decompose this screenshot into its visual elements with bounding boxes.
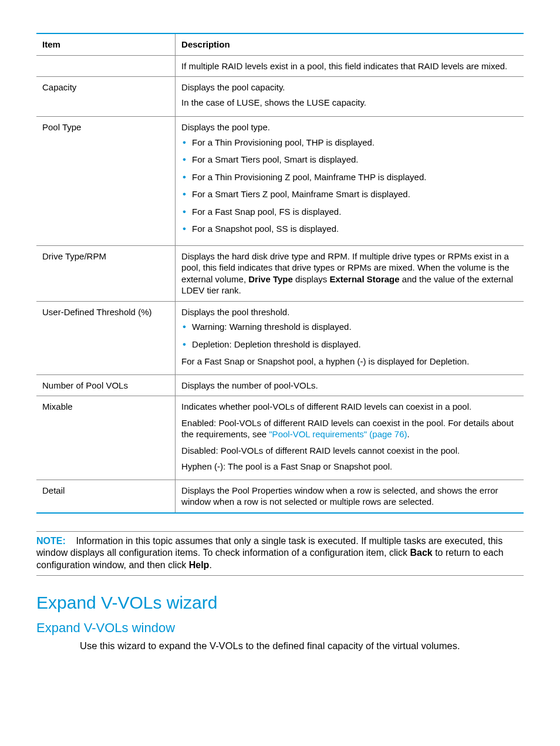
cell-text: Displays the pool threshold. — [181, 306, 518, 318]
cell-text: Displays the Pool Properties window when… — [176, 480, 524, 513]
table-row: Mixable Indicates whether pool-VOLs of d… — [36, 396, 524, 480]
bullet-list: For a Thin Provisioning pool, THP is dis… — [181, 137, 518, 235]
cell-item: Capacity — [36, 77, 176, 117]
bold-text: Back — [410, 548, 432, 558]
list-item: For a Smart Tiers Z pool, Mainframe Smar… — [181, 188, 518, 200]
table-row: User-Defined Threshold (%) Displays the … — [36, 301, 524, 374]
properties-table: Item Description If multiple RAID levels… — [36, 33, 524, 514]
cell-item: Pool Type — [36, 117, 176, 246]
bold-text: External Storage — [329, 274, 399, 284]
col-header-description: Description — [176, 33, 524, 55]
list-item: For a Smart Tiers pool, Smart is display… — [181, 154, 518, 166]
table-row: Number of Pool VOLs Displays the number … — [36, 374, 524, 396]
cell-text: Displays the number of pool-VOLs. — [176, 374, 524, 396]
cell-item: Number of Pool VOLs — [36, 374, 176, 396]
table-row: Pool Type Displays the pool type. For a … — [36, 117, 524, 246]
cell-item: Mixable — [36, 396, 176, 480]
list-item: For a Snapshot pool, SS is displayed. — [181, 223, 518, 235]
cell-text: displays — [293, 274, 330, 284]
table-row: If multiple RAID levels exist in a pool,… — [36, 55, 524, 77]
cell-text: . — [407, 429, 410, 439]
cell-text: Hyphen (-): The pool is a Fast Snap or S… — [181, 461, 518, 472]
cell-text: Indicates whether pool-VOLs of different… — [181, 401, 518, 413]
poolvol-requirements-link[interactable]: "Pool-VOL requirements" (page 76) — [269, 429, 407, 439]
col-header-item: Item — [36, 33, 176, 55]
subsection-heading: Expand V-VOLs window — [36, 620, 524, 637]
table-row: Detail Displays the Pool Properties wind… — [36, 480, 524, 513]
cell-item: Drive Type/RPM — [36, 245, 176, 301]
bold-text: Help — [189, 560, 210, 570]
cell-item: User-Defined Threshold (%) — [36, 301, 176, 374]
section-heading: Expand V-VOLs wizard — [36, 591, 524, 614]
cell-text: For a Fast Snap or Snapshot pool, a hyph… — [181, 356, 518, 367]
note-label: NOTE: — [36, 536, 66, 546]
note-block: NOTE: Information in this topic assumes … — [36, 531, 524, 576]
cell-item: Detail — [36, 480, 176, 513]
list-item: For a Thin Provisioning pool, THP is dis… — [181, 137, 518, 148]
list-item: Depletion: Depletion threshold is displa… — [181, 339, 518, 350]
table-row: Capacity Displays the pool capacity. In … — [36, 77, 524, 117]
cell-text: If multiple RAID levels exist in a pool,… — [176, 55, 524, 77]
body-text: Use this wizard to expand the V-VOLs to … — [80, 640, 524, 652]
list-item: For a Thin Provisioning Z pool, Mainfram… — [181, 171, 518, 183]
table-row: Drive Type/RPM Displays the hard disk dr… — [36, 245, 524, 301]
cell-text: In the case of LUSE, shows the LUSE capa… — [181, 97, 518, 109]
cell-text: Displays the pool capacity. — [181, 82, 518, 93]
bold-text: Drive Type — [248, 274, 293, 284]
list-item: Warning: Warning threshold is displayed. — [181, 321, 518, 333]
cell-text: Disabled: Pool-VOLs of different RAID le… — [181, 445, 518, 457]
note-text: . — [209, 560, 211, 570]
list-item: For a Fast Snap pool, FS is displayed. — [181, 206, 518, 218]
bullet-list: Warning: Warning threshold is displayed.… — [181, 321, 518, 350]
cell-text: Displays the pool type. — [181, 121, 518, 133]
